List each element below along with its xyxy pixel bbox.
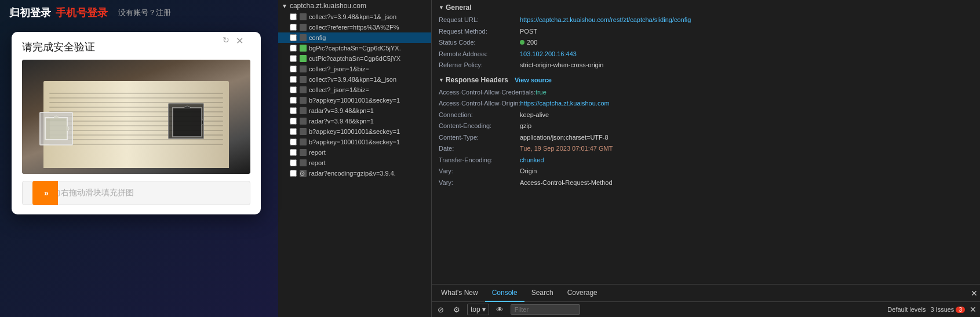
request-checkbox[interactable]: [290, 65, 297, 72]
image-request-type-icon: [300, 45, 307, 52]
status-code-label: Status Code:: [439, 38, 520, 48]
request-type-icon: [300, 149, 307, 156]
devtools-close-button[interactable]: ✕: [971, 289, 978, 298]
request-checkbox[interactable]: [290, 159, 297, 166]
webpage-area: 归初登录 手机号登录 没有账号？注册 请完成安全验证 ↻ ✕: [0, 0, 278, 317]
request-name: collect?v=3.9.48&kpn=1&_json: [309, 13, 396, 20]
general-section-title: General: [446, 3, 472, 12]
vary-origin-label: Vary:: [439, 166, 520, 176]
default-levels-label[interactable]: Default levels: [887, 306, 926, 313]
captcha-title: 请完成安全验证: [22, 40, 95, 54]
view-source-link[interactable]: View source: [515, 76, 552, 83]
network-request-item[interactable]: report: [278, 158, 431, 168]
request-type-icon: [300, 65, 307, 72]
captcha-close-button[interactable]: ✕: [236, 35, 243, 46]
vary-acr-method-value: Access-Control-Request-Method: [520, 178, 613, 188]
captcha-image-background: [22, 60, 250, 174]
network-request-item[interactable]: report: [278, 147, 431, 158]
network-request-item-selected[interactable]: config: [278, 32, 431, 43]
network-request-item[interactable]: cutPic?captchaSn=Cgp6dC5jYX: [278, 53, 431, 64]
captcha-slider-text: 向右拖动滑块填充拼图: [53, 188, 134, 198]
tab-whats-new[interactable]: What's New: [434, 285, 485, 302]
remote-address-row: Remote Address: 103.102.200.16:443: [439, 49, 973, 59]
general-section-header: ▼ General: [439, 3, 973, 12]
chevron-down-icon: ▾: [482, 305, 486, 314]
network-request-item[interactable]: b?appkey=10001001&seckey=1: [278, 95, 431, 105]
network-request-item[interactable]: collect?v=3.9.48&kpn=1&_json: [278, 74, 431, 85]
aca-credentials-value: true: [535, 88, 547, 97]
tab-coverage[interactable]: Coverage: [560, 285, 604, 302]
request-checkbox[interactable]: [290, 170, 297, 177]
vary-acr-method-label: Vary:: [439, 178, 520, 188]
devtools-network: ▼ captcha.zt.kuaishou.com collect?v=3.9.…: [278, 0, 980, 317]
request-checkbox[interactable]: [290, 139, 297, 145]
network-request-item[interactable]: radar?v=3.9.48&kpn=1: [278, 105, 431, 116]
network-right-column: ▼ General Request URL: https://captcha.z…: [432, 0, 980, 317]
connection-label: Connection:: [439, 110, 520, 120]
network-request-item[interactable]: b?appkey=10001001&seckey=1: [278, 126, 431, 137]
request-type-icon: [300, 118, 307, 125]
request-checkbox[interactable]: [290, 107, 297, 114]
network-domain-header[interactable]: ▼ captcha.zt.kuaishou.com: [278, 0, 431, 12]
issues-count-badge[interactable]: 3: [956, 307, 965, 313]
network-request-item[interactable]: collect?_json=1&biz=: [278, 64, 431, 74]
network-requests-list[interactable]: ▼ captcha.zt.kuaishou.com collect?v=3.9.…: [278, 0, 432, 317]
request-checkbox[interactable]: [290, 45, 297, 52]
request-checkbox[interactable]: [290, 128, 297, 135]
request-checkbox[interactable]: [290, 55, 297, 62]
tabs-right-area: ✕: [971, 289, 978, 298]
captcha-refresh-button[interactable]: ↻: [223, 35, 229, 45]
request-checkbox[interactable]: [290, 86, 297, 93]
general-section-triangle: ▼: [439, 5, 444, 10]
referrer-policy-row: Referrer Policy: strict-origin-when-cros…: [439, 60, 973, 70]
console-settings-button[interactable]: ⚙: [451, 304, 462, 315]
content-encoding-row: Content-Encoding: gzip: [439, 121, 973, 131]
tab-search[interactable]: Search: [524, 285, 560, 302]
console-eye-button[interactable]: 👁: [494, 304, 506, 315]
request-url-value[interactable]: https://captcha.zt.kuaishou.com/rest/zt/…: [520, 15, 691, 25]
request-checkbox[interactable]: [290, 76, 297, 83]
network-request-item[interactable]: radar?v=3.9.48&kpn=1: [278, 116, 431, 126]
tab-console[interactable]: Console: [485, 285, 524, 302]
request-checkbox[interactable]: [290, 13, 297, 20]
date-value: Tue, 19 Sep 2023 07:01:47 GMT: [520, 144, 613, 154]
network-request-item[interactable]: collect?v=3.9.48&kpn=1&_json: [278, 12, 431, 22]
response-headers-triangle: ▼: [439, 77, 444, 83]
tab-search-label: Search: [531, 289, 553, 297]
captcha-slider-area[interactable]: » 向右拖动滑块填充拼图: [22, 181, 250, 205]
network-request-item[interactable]: ⊙ radar?encoding=gzip&v=3.9.4.: [278, 168, 431, 178]
request-method-value: POST: [520, 27, 537, 37]
devtools-console-toolbar: ⊘ ⚙ top ▾ 👁 Default levels 3 Issues 3: [432, 302, 980, 317]
console-context-dropdown[interactable]: top ▾: [467, 304, 489, 315]
puzzle-piece-2: [168, 103, 204, 139]
captcha-slider-handle[interactable]: »: [32, 181, 58, 205]
request-name: report: [309, 149, 326, 156]
header-register-link[interactable]: 没有账号？注册: [118, 8, 171, 18]
request-checkbox[interactable]: [290, 24, 297, 31]
collapse-triangle-icon: ▼: [282, 3, 287, 9]
request-type-icon: [300, 97, 307, 104]
request-checkbox[interactable]: [290, 118, 297, 125]
response-headers-section-header: ▼ Response Headers View source: [439, 76, 973, 84]
request-name: b?appkey=10001001&seckey=1: [309, 139, 400, 145]
captcha-slider-wrapper[interactable]: » 向右拖动滑块填充拼图: [22, 181, 250, 205]
issues-badge-count: 3 Issues 3: [930, 306, 965, 313]
request-name: collect?referer=https%3A%2F%: [309, 24, 399, 31]
network-details-panel[interactable]: ▼ General Request URL: https://captcha.z…: [432, 0, 980, 284]
vary-origin-row: Vary: Origin: [439, 166, 973, 176]
network-request-item[interactable]: collect?referer=https%3A%2F%: [278, 22, 431, 32]
console-filter-input[interactable]: [511, 304, 580, 315]
aca-origin-value[interactable]: https://captcha.zt.kuaishou.com: [520, 99, 610, 108]
request-checkbox[interactable]: [290, 149, 297, 156]
console-close-button[interactable]: ✕: [970, 305, 977, 314]
remote-address-value: 103.102.200.16:443: [520, 49, 577, 59]
slider-arrows-icon: »: [44, 188, 46, 198]
network-request-item[interactable]: bgPic?captchaSn=Cgp6dC5jYX.: [278, 43, 431, 53]
request-url-row: Request URL: https://captcha.zt.kuaishou…: [439, 15, 973, 25]
network-request-item[interactable]: b?appkey=10001001&seckey=1: [278, 137, 431, 147]
tab-whats-new-label: What's New: [441, 289, 478, 297]
console-clear-button[interactable]: ⊘: [435, 304, 446, 315]
request-checkbox[interactable]: [290, 34, 297, 41]
network-request-item[interactable]: collect?_json=1&biz=: [278, 85, 431, 95]
request-checkbox[interactable]: [290, 97, 297, 104]
